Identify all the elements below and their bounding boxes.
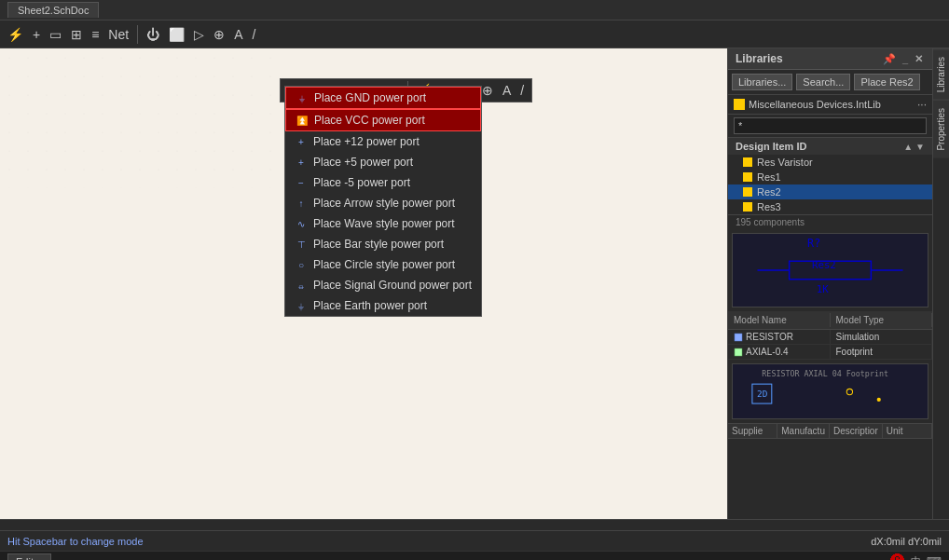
- menu-item-wave-label: Place Wave style power port: [313, 217, 455, 230]
- list-item-res2[interactable]: Res2: [728, 184, 932, 199]
- model-type-1: Footprint: [831, 345, 933, 359]
- main-toolbar: ⚡ + ▭ ⊞ ≡ Net ⏻ ⬜ ▷ ⊕ A /: [0, 20, 949, 48]
- editor-tab[interactable]: Editor: [7, 553, 51, 561]
- section-scroll-btns: ▲ ▼: [903, 141, 925, 152]
- menu-item-vcc-label: Place VCC power port: [314, 114, 425, 127]
- search-btn[interactable]: Search...: [796, 74, 850, 90]
- status-bar: Hit Spacebar to change mode dX:0mil dY:0…: [0, 530, 949, 551]
- panel-header-controls: 📌 _ ✕: [881, 53, 925, 65]
- status-coords: dX:0mil dY:0mil: [871, 536, 942, 547]
- supply-col-0: Supplie: [728, 424, 777, 438]
- power-btn[interactable]: ⏻: [143, 25, 163, 44]
- wire-btn[interactable]: ⊞: [67, 25, 86, 44]
- list-item-res3[interactable]: Res3: [728, 199, 932, 214]
- lib-more-btn[interactable]: ···: [917, 98, 927, 111]
- design-item-id-label: Design Item ID: [736, 141, 806, 152]
- fp-icon: [734, 348, 743, 357]
- menu-item-12v[interactable]: + Place +12 power port: [285, 131, 481, 152]
- wave-menu-icon: ∿: [295, 217, 308, 230]
- component-count: 195 components: [728, 215, 932, 229]
- footprint-svg: RESISTOR AXIAL 04 Footprint 2D: [733, 364, 928, 418]
- gnd-menu-icon: ⏚: [296, 91, 309, 104]
- model-section: Model Name Model Type RESISTOR Simulatio…: [728, 311, 932, 519]
- model-name-col-header: Model Name: [728, 313, 831, 327]
- menu-item-n5v-label: Place -5 power port: [313, 176, 410, 189]
- text-btn[interactable]: A: [230, 25, 246, 44]
- libraries-panel: Libraries 📌 _ ✕ Libraries... Search... P…: [727, 48, 932, 519]
- menu-item-n5v[interactable]: − Place -5 power port: [285, 172, 481, 193]
- list-item-res1[interactable]: Res1: [728, 170, 932, 184]
- bottom-bar: Editor 🅢 中 ⌨: [0, 551, 949, 560]
- menu-item-bar[interactable]: ⊤ Place Bar style power port: [285, 234, 481, 254]
- horizontal-scrollbar[interactable]: [0, 519, 949, 530]
- ime-icon: 中: [911, 554, 921, 560]
- model-table-header: Model Name Model Type: [728, 311, 932, 330]
- float-line-btn[interactable]: /: [516, 81, 528, 100]
- menu-item-wave[interactable]: ∿ Place Wave style power port: [285, 213, 481, 234]
- model-type-col-header: Model Type: [831, 313, 933, 327]
- menu-item-earth-label: Place Earth power port: [313, 299, 427, 312]
- n5v-menu-icon: −: [295, 176, 308, 189]
- model-type-0: Simulation: [831, 330, 933, 344]
- netlabel-btn[interactable]: Net: [104, 25, 132, 44]
- panel-header: Libraries 📌 _ ✕: [728, 48, 932, 70]
- menu-item-5v-label: Place +5 power port: [313, 156, 413, 169]
- scroll-up-btn[interactable]: ▲: [903, 142, 913, 152]
- libraries-side-tab[interactable]: Libraries: [933, 48, 949, 100]
- panel-minimize-btn[interactable]: _: [901, 53, 910, 65]
- item-label-1: Res1: [757, 171, 781, 183]
- menu-item-circle[interactable]: ○ Place Circle style power port: [285, 254, 481, 275]
- rect-btn[interactable]: ▭: [46, 25, 65, 44]
- supply-table-header: Supplie Manufactu Descriptior Unit: [728, 423, 932, 439]
- menu-item-bar-label: Place Bar style power port: [313, 238, 444, 251]
- menu-item-gnd[interactable]: ⏚ Place GND power port: [285, 87, 481, 109]
- search-box: [728, 115, 932, 138]
- menu-item-vcc[interactable]: ⏫ Place VCC power port: [285, 109, 481, 131]
- item-label-0: Res Varistor: [757, 157, 813, 168]
- filter-btn[interactable]: ⚡: [4, 25, 27, 44]
- menu-item-5v[interactable]: + Place +5 power port: [285, 152, 481, 172]
- add-btn[interactable]: +: [29, 25, 44, 44]
- svg-text:2D: 2D: [757, 389, 768, 399]
- design-item-header: Design Item ID ▲ ▼: [728, 138, 932, 155]
- search-input[interactable]: [734, 117, 927, 134]
- signd-menu-icon: ⏛: [295, 279, 308, 292]
- panel-toolbar: Libraries... Search... Place Res2: [728, 70, 932, 95]
- schematic-area[interactable]: VCC 1K 3.3V GND: [0, 48, 727, 519]
- item-icon-3: [743, 202, 752, 212]
- bus-btn[interactable]: ≡: [88, 25, 103, 44]
- svg-rect-2: [0, 48, 280, 188]
- lib-selector[interactable]: Miscellaneous Devices.IntLib ···: [728, 95, 932, 115]
- document-tab[interactable]: Sheet2.SchDoc: [7, 2, 99, 18]
- menu-item-arrow[interactable]: ↑ Place Arrow style power port: [285, 193, 481, 213]
- menu-item-earth[interactable]: ⏚ Place Earth power port: [285, 295, 481, 316]
- item-icon-2: [743, 187, 752, 197]
- lib-icon: [734, 99, 745, 110]
- place-res2-btn[interactable]: Place Res2: [854, 74, 919, 90]
- scroll-down-btn[interactable]: ▼: [915, 142, 925, 152]
- main-layout: VCC 1K 3.3V GND: [0, 48, 949, 519]
- port-btn[interactable]: ▷: [190, 25, 208, 44]
- model-row-1[interactable]: AXIAL-0.4 Footprint: [728, 345, 932, 360]
- component-btn[interactable]: ⬜: [165, 25, 188, 44]
- panel-pin-btn[interactable]: 📌: [881, 53, 898, 65]
- line-btn[interactable]: /: [249, 25, 260, 44]
- gnd-btn[interactable]: ⊕: [210, 25, 228, 44]
- item-label-3: Res3: [757, 201, 781, 212]
- panel-close-btn[interactable]: ✕: [913, 53, 925, 65]
- schematic-svg: VCC 1K 3.3V GND: [0, 48, 280, 188]
- float-text-btn[interactable]: A: [499, 81, 515, 100]
- 12v-menu-icon: +: [295, 135, 308, 148]
- preview-svg: R? Res2 1K: [733, 234, 928, 307]
- footprint-preview: RESISTOR AXIAL 04 Footprint 2D: [732, 363, 928, 419]
- menu-item-signd[interactable]: ⏛ Place Signal Ground power port: [285, 275, 481, 295]
- component-preview: R? Res2 1K: [732, 233, 928, 307]
- libraries-btn[interactable]: Libraries...: [732, 74, 792, 90]
- altium-icon: 🅢: [890, 553, 905, 561]
- lib-name: Miscellaneous Devices.IntLib: [749, 99, 914, 110]
- circle-menu-icon: ○: [295, 258, 308, 271]
- list-item-res-varistor[interactable]: Res Varistor: [728, 155, 932, 170]
- properties-side-tab[interactable]: Properties: [933, 100, 949, 158]
- model-row-0[interactable]: RESISTOR Simulation: [728, 330, 932, 345]
- model-name-0: RESISTOR: [728, 330, 831, 344]
